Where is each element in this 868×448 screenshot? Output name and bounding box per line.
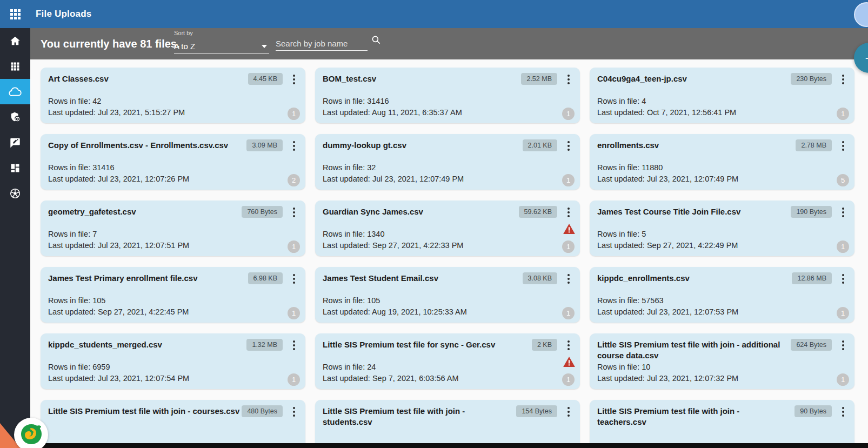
file-card[interactable]: Little SIS Premium test file with join -… bbox=[590, 400, 854, 448]
kebab-menu-icon[interactable] bbox=[289, 405, 299, 418]
file-card[interactable]: geometry_gafetest.csv 760 Bytes Rows in … bbox=[41, 200, 305, 256]
file-meta: Rows in file: 105 Last updated: Sep 27, … bbox=[48, 295, 189, 319]
file-card[interactable]: kippdc_students_merged.csv 1.32 MB Rows … bbox=[41, 333, 305, 389]
sort-by-select[interactable]: A to Z bbox=[174, 39, 269, 54]
file-card[interactable]: kippdc_enrollments.csv 12.86 MB Rows in … bbox=[590, 267, 854, 323]
version-badge: 1 bbox=[562, 307, 575, 319]
kebab-menu-icon[interactable] bbox=[838, 139, 848, 152]
file-updated: Last updated: Jul 23, 2021, 12:07:26 PM bbox=[48, 173, 189, 185]
sidebar-item-feedback[interactable] bbox=[0, 130, 30, 155]
warning-icon bbox=[563, 224, 575, 236]
file-rows: Rows in file: 32 bbox=[323, 162, 464, 174]
file-meta: Rows in file: 42 Last updated: Jul 23, 2… bbox=[48, 96, 185, 119]
file-card[interactable]: James Test Student Email.csv 3.08 KB Row… bbox=[315, 267, 580, 323]
kebab-menu-icon[interactable] bbox=[838, 405, 848, 418]
kebab-menu-icon[interactable] bbox=[564, 272, 573, 285]
file-updated: Last updated: Jul 23, 2021, 12:07:32 PM bbox=[597, 373, 738, 385]
file-size-chip: 2.78 MB bbox=[796, 139, 832, 151]
file-updated: Last updated: Jul 23, 2021, 5:15:27 PM bbox=[48, 107, 185, 119]
file-size-chip: 2.01 KB bbox=[523, 139, 557, 151]
file-size-chip: 3.08 KB bbox=[523, 272, 557, 284]
version-badge: 1 bbox=[837, 108, 849, 120]
file-size-chip: 4.45 KB bbox=[248, 73, 283, 85]
sidebar-item-wheel[interactable] bbox=[0, 180, 30, 206]
kebab-menu-icon[interactable] bbox=[289, 272, 299, 285]
file-updated: Last updated: Jul 23, 2021, 12:07:53 PM bbox=[597, 306, 738, 318]
file-size-chip: 480 Bytes bbox=[242, 405, 283, 417]
file-card[interactable]: James Test Primary enrollment file.csv 6… bbox=[41, 267, 305, 323]
file-rows: Rows in file: 42 bbox=[48, 96, 185, 108]
search-icon[interactable] bbox=[371, 35, 382, 48]
kebab-menu-icon[interactable] bbox=[564, 339, 573, 352]
version-badge: 1 bbox=[288, 108, 300, 120]
file-rows: Rows in file: 24 bbox=[323, 362, 459, 373]
sort-by-label: Sort by bbox=[174, 30, 269, 36]
search-input[interactable] bbox=[276, 37, 368, 51]
version-badge: 1 bbox=[837, 240, 849, 253]
sidebar-item-home[interactable] bbox=[0, 28, 30, 54]
file-card-grid: Art Classes.csv 4.45 KB Rows in file: 42… bbox=[41, 68, 854, 448]
kebab-menu-icon[interactable] bbox=[564, 73, 573, 86]
kebab-menu-icon[interactable] bbox=[564, 405, 573, 418]
file-meta: Rows in file: 31416 Last updated: Aug 11… bbox=[323, 96, 462, 119]
version-badge: 1 bbox=[837, 373, 849, 386]
file-name: kippdc_students_merged.csv bbox=[48, 339, 162, 350]
file-card[interactable]: Little SIS Premium test file with join -… bbox=[590, 333, 854, 389]
version-badge: 1 bbox=[562, 174, 575, 186]
file-card[interactable]: BOM_test.csv 2.52 MB Rows in file: 31416… bbox=[315, 68, 580, 123]
file-rows: Rows in file: 7 bbox=[48, 229, 189, 240]
sidebar-item-apps[interactable] bbox=[0, 54, 30, 79]
wheel-icon bbox=[9, 188, 21, 199]
file-updated: Last updated: Jul 23, 2021, 12:07:51 PM bbox=[48, 240, 189, 252]
file-name: kippdc_enrollments.csv bbox=[597, 273, 690, 284]
file-rows: Rows in file: 11880 bbox=[597, 162, 738, 174]
apps-menu-button[interactable] bbox=[0, 0, 30, 28]
version-badge: 5 bbox=[837, 174, 849, 186]
file-card[interactable]: enrollments.csv 2.78 MB Rows in file: 11… bbox=[590, 134, 854, 190]
version-badge: 1 bbox=[288, 307, 300, 319]
file-updated: Last updated: Jul 23, 2021, 12:07:49 PM bbox=[323, 173, 464, 185]
kebab-menu-icon[interactable] bbox=[564, 206, 573, 219]
kebab-menu-icon[interactable] bbox=[289, 139, 299, 152]
kebab-menu-icon[interactable] bbox=[564, 139, 573, 152]
file-rows: Rows in file: 105 bbox=[48, 295, 189, 307]
file-card[interactable]: Copy of Enrollments.csv - Enrollments.cs… bbox=[41, 134, 305, 190]
file-rows: Rows in file: 6959 bbox=[48, 362, 189, 373]
file-updated: Last updated: Sep 27, 2021, 4:22:49 PM bbox=[597, 240, 738, 252]
feedback-icon bbox=[9, 137, 21, 149]
file-name: Little SIS Premium test file with join -… bbox=[597, 339, 789, 362]
sidebar-item-admin[interactable] bbox=[0, 104, 30, 130]
file-name: Guardian Sync James.csv bbox=[323, 206, 423, 217]
kebab-menu-icon[interactable] bbox=[289, 73, 299, 86]
file-meta: Rows in file: 1340 Last updated: Sep 27,… bbox=[323, 229, 463, 252]
toolbar: You currently have 81 files. Sort by A t… bbox=[30, 28, 868, 59]
kebab-menu-icon[interactable] bbox=[289, 339, 299, 352]
file-card[interactable]: James Test Course Title Join File.csv 19… bbox=[590, 200, 854, 256]
file-name: Art Classes.csv bbox=[48, 73, 109, 84]
sidebar-item-file-uploads[interactable] bbox=[0, 79, 30, 104]
version-badge: 1 bbox=[288, 240, 300, 253]
version-badge: 1 bbox=[837, 307, 849, 319]
file-size-chip: 154 Bytes bbox=[516, 405, 557, 417]
file-card[interactable]: dummy-lookup gt.csv 2.01 KB Rows in file… bbox=[315, 134, 580, 190]
file-card[interactable]: Little SIS Premium test file with join -… bbox=[315, 400, 580, 448]
file-size-chip: 59.62 KB bbox=[519, 206, 557, 218]
kebab-menu-icon[interactable] bbox=[838, 339, 848, 352]
kebab-menu-icon[interactable] bbox=[838, 272, 848, 285]
kebab-menu-icon[interactable] bbox=[289, 206, 299, 219]
file-card[interactable]: Art Classes.csv 4.45 KB Rows in file: 42… bbox=[41, 68, 305, 123]
file-card[interactable]: Guardian Sync James.csv 59.62 KB Rows in… bbox=[315, 200, 580, 256]
file-meta: Rows in file: 7 Last updated: Jul 23, 20… bbox=[48, 229, 189, 252]
file-rows: Rows in file: 31416 bbox=[48, 162, 189, 174]
sidebar-item-dashboards[interactable] bbox=[0, 155, 30, 180]
file-updated: Last updated: Sep 7, 2021, 6:03:56 AM bbox=[323, 373, 459, 385]
kebab-menu-icon[interactable] bbox=[838, 73, 848, 86]
sort-by-group: Sort by A to Z bbox=[174, 30, 269, 54]
file-card[interactable]: Little SIS Premium test file with join -… bbox=[41, 400, 305, 448]
admin-shield-icon bbox=[9, 111, 21, 123]
file-card[interactable]: C04cu9ga4_teen-jp.csv 230 Bytes Rows in … bbox=[590, 68, 854, 123]
apps-grid-icon bbox=[10, 9, 21, 19]
kebab-menu-icon[interactable] bbox=[838, 206, 848, 219]
file-card[interactable]: Little SIS Premium test file for sync - … bbox=[315, 333, 580, 389]
file-rows: Rows in file: 4 bbox=[597, 96, 736, 108]
